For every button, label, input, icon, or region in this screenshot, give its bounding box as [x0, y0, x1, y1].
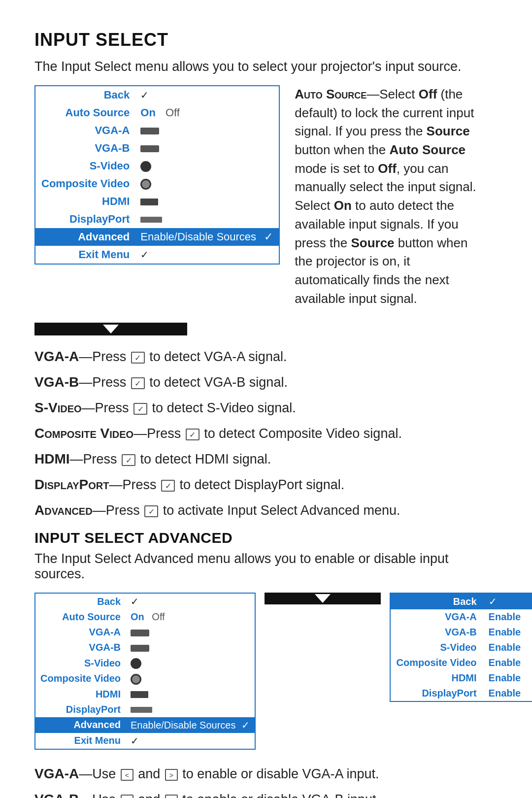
sub-row-vga-b: VGA-B Enable Disable [390, 625, 532, 640]
menu-row-advanced: Advanced Enable/Disable Sources ✓ [35, 228, 279, 246]
menu-value-exit: ✓ [134, 246, 279, 264]
adv-row-hdmi: HDMI [35, 687, 255, 702]
adv-value-back: ✓ [126, 593, 255, 609]
body-items-list: VGA-A—Press ✓ to detect VGA-A signal. VG… [34, 346, 498, 521]
menu-label-vga-a: VGA-A [35, 122, 134, 139]
sub-row-vga-a: VGA-A Enable Disable [390, 609, 532, 625]
enable-disable-label: Enable/Disable Sources [140, 231, 256, 243]
sub-row-displayport: DisplayPort Enable Disable [390, 686, 532, 701]
adv-row-displayport: DisplayPort [35, 702, 255, 717]
advanced-menu-area: Back ✓ Auto Source On Off VGA-A VGA-B S-… [34, 593, 498, 749]
adv-label-vga-a-text: VGA-A [34, 766, 79, 781]
on-label: On [140, 106, 156, 119]
sub-label-displayport: DisplayPort [390, 686, 483, 701]
label-composite: Composite Video [34, 426, 133, 441]
menu-label-advanced: Advanced [35, 228, 134, 246]
sub-enable-vga-a: Enable [483, 609, 527, 625]
check-icon-displayport: ✓ [161, 480, 175, 492]
label-displayport: DisplayPort [34, 477, 109, 492]
adv-row-advanced-hl: Advanced Enable/Disable Sources ✓ [35, 717, 255, 733]
menu-row-vga-a: VGA-A [35, 122, 279, 139]
auto-source-description: Auto Source—Select Off (the default) to … [295, 85, 477, 308]
svideo-icon [140, 161, 151, 172]
adv-body-items-list: VGA-A—Use < and > to enable or disable V… [34, 764, 498, 798]
adv-value-autosource: On Off [126, 609, 255, 625]
check-icon-advanced: ✓ [144, 505, 158, 517]
menu-row-vga-b: VGA-B [35, 139, 279, 157]
sub-header-row: Back ✓ [390, 593, 532, 609]
body-item-hdmi: HDMI—Press ✓ to detect HDMI signal. [34, 449, 498, 469]
sub-label-back: Back [390, 593, 483, 609]
adv-label-hdmi: HDMI [35, 687, 126, 702]
label-svideo: S-Video [34, 400, 82, 415]
sub-label-svideo: S-Video [390, 640, 483, 655]
adv-row-svideo: S-Video [35, 655, 255, 671]
sub-disable-svideo: Disable [527, 640, 532, 655]
advanced-right-menu: Back ✓ VGA-A Enable Disable VGA-B Enable… [390, 593, 532, 702]
adv-arrow-icon [315, 594, 331, 603]
menu-label-svideo: S-Video [35, 157, 134, 175]
advanced-check: ✓ [264, 231, 273, 243]
adv-row-autosource: Auto Source On Off [35, 609, 255, 625]
body-item-vga-b: VGA-B—Press ✓ to detect VGA-B signal. [34, 372, 498, 393]
menu-value-vga-a [134, 122, 279, 139]
intro-text: The Input Select menu allows you to sele… [34, 59, 498, 74]
menu-label-displayport: DisplayPort [35, 210, 134, 228]
adv-label-vga-a: VGA-A [35, 625, 126, 640]
body-item-advanced: Advanced—Press ✓ to activate Input Selec… [34, 500, 498, 521]
body-item-composite: Composite Video—Press ✓ to detect Compos… [34, 423, 498, 444]
adv-value-displayport [126, 702, 255, 717]
sub-disable-composite: Disable [527, 655, 532, 670]
menu-row-composite: Composite Video [35, 175, 279, 193]
adv-label-displayport: DisplayPort [35, 702, 126, 717]
menu-row-hdmi: HDMI [35, 193, 279, 210]
adv-svideo-icon [131, 658, 141, 669]
adv-label-vga-b-text: VGA-B [34, 792, 79, 798]
sub-enable-displayport: Enable [483, 686, 527, 701]
menu-row-back: Back ✓ [35, 86, 279, 104]
adv-value-advanced-hl: Enable/Disable Sources ✓ [126, 717, 255, 733]
nav-left-icon-vga-a: < [121, 769, 133, 781]
menu-value-autosource: On Off [134, 104, 279, 122]
adv-hdmi-icon [131, 691, 148, 698]
sub-label-vga-a: VGA-A [390, 609, 483, 625]
advanced-intro: The Input Select Advanced menu allows yo… [34, 551, 498, 582]
sub-disable-hdmi: Disable [527, 670, 532, 686]
adv-label-exit: Exit Menu [35, 733, 126, 749]
label-vga-b: VGA-B [34, 374, 79, 390]
adv-vga-a-icon [131, 630, 149, 636]
dp-icon [140, 217, 162, 223]
adv-value-exit: ✓ [126, 733, 255, 749]
menu-row-displayport: DisplayPort [35, 210, 279, 228]
sub-label-vga-b: VGA-B [390, 625, 483, 640]
nav-right-icon-vga-a: > [165, 769, 178, 781]
off-label: Off [166, 106, 180, 119]
adv-label-advanced-hl: Advanced [35, 717, 126, 733]
menu-value-hdmi [134, 193, 279, 210]
menu-label-hdmi: HDMI [35, 193, 134, 210]
adv-vga-b-icon [131, 645, 149, 652]
menu-label-back: Back [35, 86, 134, 104]
page-title: Input Select [34, 30, 498, 50]
adv-value-vga-b [126, 640, 255, 655]
sub-row-hdmi: HDMI Enable Disable [390, 670, 532, 686]
sub-enable-hdmi: Enable [483, 670, 527, 686]
menu-label-composite: Composite Video [35, 175, 134, 193]
adv-value-svideo [126, 655, 255, 671]
adv-row-composite: Composite Video [35, 671, 255, 687]
adv-label-svideo: S-Video [35, 655, 126, 671]
sub-label-composite: Composite Video [390, 655, 483, 670]
check-icon-hdmi: ✓ [122, 454, 135, 466]
scroll-down-arrow [34, 323, 187, 335]
composite-icon [140, 179, 151, 190]
menu-value-composite [134, 175, 279, 193]
menu-value-svideo [134, 157, 279, 175]
advanced-left-menu: Back ✓ Auto Source On Off VGA-A VGA-B S-… [34, 593, 256, 749]
adv-off: Off [152, 611, 165, 622]
input-select-area: Back ✓ Auto Source On Off VGA-A VGA-B [34, 85, 498, 308]
sub-disable-vga-a: Disable [527, 609, 532, 625]
menu-row-exit: Exit Menu ✓ [35, 246, 279, 264]
sub-disable-vga-b: Disable [527, 625, 532, 640]
menu-label-autosource: Auto Source [35, 104, 134, 122]
adv-label-back: Back [35, 593, 126, 609]
